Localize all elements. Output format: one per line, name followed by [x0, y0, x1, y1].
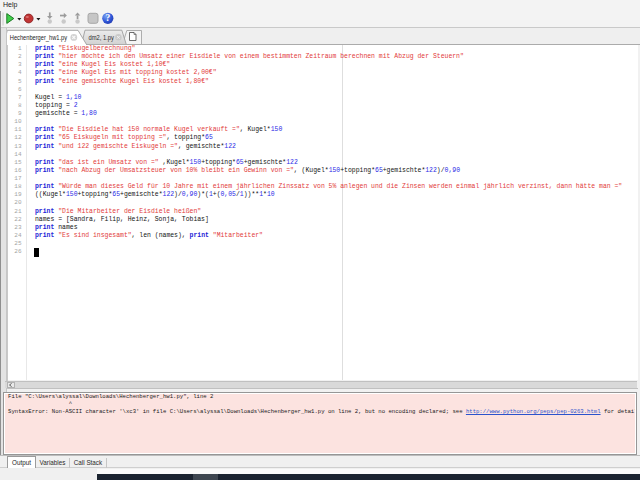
svg-text:?: ? [106, 13, 111, 23]
svg-text:dm2, 1.py: dm2, 1.py [89, 34, 115, 42]
svg-text:Hechenberger_hw1.py: Hechenberger_hw1.py [10, 34, 68, 42]
